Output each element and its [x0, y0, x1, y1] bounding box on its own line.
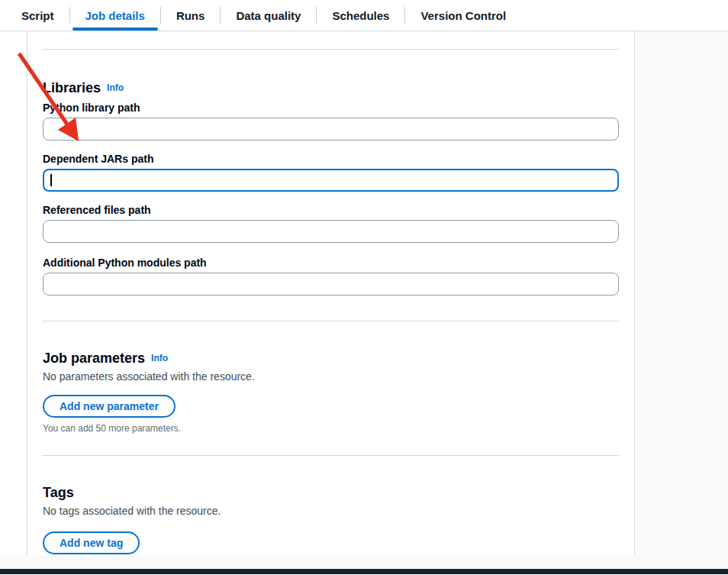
job-parameters-hint-text: You can add 50 more parameters. — [43, 423, 619, 434]
job-parameters-empty-text: No parameters associated with the resour… — [43, 370, 619, 383]
tags-title: Tags — [43, 485, 74, 500]
right-gutter — [635, 31, 728, 556]
tab-bar: Script Job details Runs Data quality Sch… — [0, 0, 728, 31]
additional-python-modules-path-input[interactable] — [43, 273, 619, 296]
referenced-files-path-label: Referenced files path — [43, 204, 619, 217]
dependent-jars-path-input[interactable] — [43, 169, 619, 192]
libraries-section: LibrariesInfo Python library path Depend… — [43, 79, 619, 296]
libraries-title: Libraries — [43, 80, 101, 95]
dependent-jars-path-label: Dependent JARs path — [43, 153, 619, 166]
section-divider — [43, 455, 619, 456]
tab-job-details[interactable]: Job details — [70, 0, 160, 31]
tab-script-label: Script — [21, 9, 54, 22]
libraries-heading: LibrariesInfo — [43, 79, 619, 96]
job-parameters-heading: Job parametersInfo — [43, 350, 619, 367]
bottom-bar — [0, 569, 728, 574]
tab-data-quality-label: Data quality — [236, 9, 301, 22]
tags-heading: Tags — [43, 484, 619, 501]
tags-empty-text: No tags associated with the resource. — [43, 505, 619, 518]
tab-version-control[interactable]: Version Control — [405, 0, 521, 31]
tab-schedules-label: Schedules — [332, 9, 389, 22]
footer-strip — [0, 556, 728, 569]
job-parameters-section: Job parametersInfo No parameters associa… — [43, 350, 619, 434]
tab-runs[interactable]: Runs — [161, 0, 221, 31]
job-parameters-title: Job parameters — [43, 350, 145, 366]
job-parameters-info-link[interactable]: Info — [151, 353, 168, 363]
additional-python-modules-path-label: Additional Python modules path — [43, 257, 619, 270]
python-library-path-input[interactable] — [43, 118, 619, 141]
section-divider — [43, 49, 619, 50]
tags-section: Tags No tags associated with the resourc… — [43, 484, 619, 554]
tab-runs-label: Runs — [176, 9, 205, 22]
add-new-parameter-button[interactable]: Add new parameter — [43, 395, 176, 418]
tab-script[interactable]: Script — [21, 0, 69, 31]
libraries-info-link[interactable]: Info — [107, 82, 124, 93]
job-details-panel: LibrariesInfo Python library path Depend… — [27, 31, 635, 556]
referenced-files-path-input[interactable] — [43, 220, 619, 243]
tab-job-details-label: Job details — [85, 9, 145, 22]
section-divider — [43, 321, 619, 321]
tab-version-control-label: Version Control — [420, 9, 506, 22]
add-new-tag-button[interactable]: Add new tag — [43, 531, 140, 554]
tab-data-quality[interactable]: Data quality — [221, 0, 316, 31]
tab-schedules[interactable]: Schedules — [317, 0, 404, 31]
python-library-path-label: Python library path — [43, 102, 619, 115]
text-cursor — [50, 174, 52, 186]
